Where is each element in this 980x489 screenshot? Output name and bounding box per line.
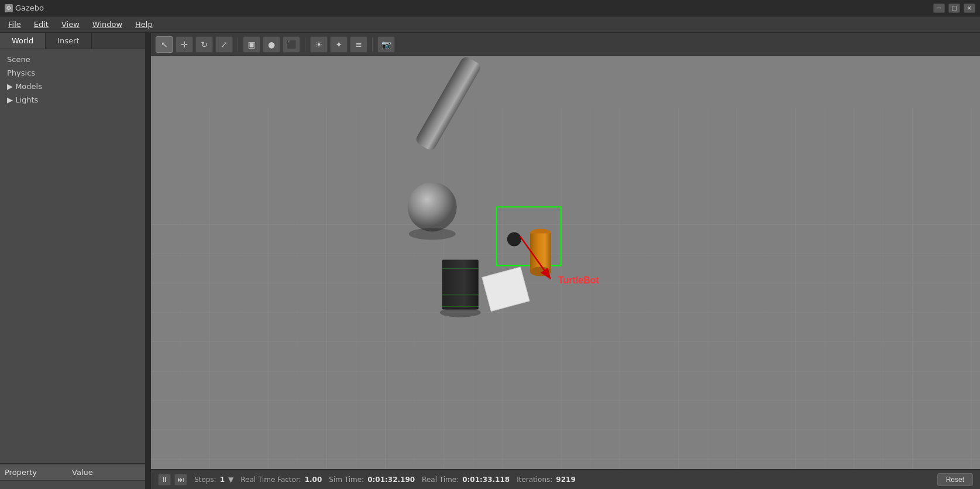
tree-item-physics[interactable]: Physics: [0, 66, 145, 80]
sim-time-label: Sim Time:: [329, 476, 364, 484]
toolbar-btn-scale[interactable]: ⤢: [215, 36, 233, 53]
real-time-label: Real Time:: [422, 476, 459, 484]
svg-point-46: [440, 308, 481, 317]
orange-cylinder: [530, 228, 551, 276]
sphere-shadow: [409, 228, 456, 240]
rtf-label: Real Time Factor:: [240, 476, 301, 484]
cylinder-rod-object: [414, 56, 482, 152]
menu-item-window[interactable]: Window: [87, 18, 128, 30]
window-title: Gazebo: [15, 4, 44, 12]
real-time-section: Real Time: 0:01:33.118: [422, 476, 510, 484]
tab-world[interactable]: World: [0, 33, 46, 49]
steps-label: Steps:: [194, 476, 216, 484]
statusbar: ⏸ ⏭ Steps: 1 ▼ Real Time Factor: 1.00 Si…: [151, 469, 980, 489]
toolbar-separator: [238, 37, 238, 52]
sim-time-section: Sim Time: 0:01:32.190: [329, 476, 415, 484]
scene-svg: TurtleBot: [151, 56, 980, 469]
main-layout: WorldInsert ScenePhysics▶ Models▶ Lights…: [0, 33, 980, 489]
toolbar: ↖✛↻⤢▣●⬛☀✦≡📷: [151, 33, 980, 56]
minimize-button[interactable]: −: [933, 4, 945, 13]
menu-item-view[interactable]: View: [56, 18, 85, 30]
titlebar-left: ⚙ Gazebo: [5, 4, 44, 12]
window-controls: − □ ×: [933, 4, 975, 13]
toolbar-separator: [372, 37, 373, 52]
toolbar-btn-box[interactable]: ▣: [243, 36, 260, 53]
tree-item-scene[interactable]: Scene: [0, 53, 145, 66]
viewport: ↖✛↻⤢▣●⬛☀✦≡📷: [151, 33, 980, 489]
svg-rect-38: [414, 56, 482, 152]
pause-button[interactable]: ⏸: [158, 474, 171, 485]
turtlebot-label: TurtleBot: [558, 275, 600, 285]
steps-dropdown-icon[interactable]: ▼: [228, 476, 233, 484]
close-button[interactable]: ×: [964, 4, 975, 13]
rtf-value: 1.00: [305, 476, 322, 484]
left-panel: WorldInsert ScenePhysics▶ Models▶ Lights…: [0, 33, 146, 489]
toolbar-separator: [305, 37, 305, 52]
white-pad: [482, 267, 529, 312]
iterations-label: Iterations:: [517, 476, 552, 484]
toolbar-btn-select[interactable]: ↖: [156, 36, 173, 53]
toolbar-btn-spotlight[interactable]: ✦: [330, 36, 348, 53]
sim-time-value: 0:01:32.190: [367, 476, 415, 484]
titlebar: ⚙ Gazebo − □ ×: [0, 0, 980, 16]
svg-rect-42: [442, 259, 479, 309]
menu-item-file[interactable]: File: [2, 18, 27, 30]
property-panel: Property Value: [0, 463, 145, 489]
app-icon: ⚙: [5, 4, 13, 12]
toolbar-btn-sun[interactable]: ☀: [310, 36, 328, 53]
menu-item-edit[interactable]: Edit: [28, 18, 54, 30]
toolbar-btn-rotate[interactable]: ↻: [195, 36, 213, 53]
property-header: Property Value: [0, 464, 145, 481]
playback-controls: ⏸ ⏭: [158, 474, 187, 485]
steps-section: Steps: 1 ▼: [194, 476, 233, 484]
turtlebot-body: [507, 232, 521, 246]
canvas-area[interactable]: TurtleBot: [151, 56, 980, 469]
reset-button[interactable]: Reset: [937, 473, 973, 486]
tree-item-lights[interactable]: ▶ Lights: [0, 93, 145, 107]
menu-item-help[interactable]: Help: [129, 18, 159, 30]
step-forward-button[interactable]: ⏭: [174, 474, 187, 485]
selection-box: [497, 207, 561, 265]
toolbar-btn-cylinder[interactable]: ⬛: [283, 36, 300, 53]
tree-item-models[interactable]: ▶ Models: [0, 80, 145, 93]
tab-bar: WorldInsert: [0, 33, 145, 49]
dark-box: [440, 259, 481, 317]
toolbar-btn-screenshot[interactable]: 📷: [377, 36, 395, 53]
value-col-label: Value: [72, 468, 93, 477]
sphere-object: [408, 182, 457, 231]
iterations-value: 9219: [556, 476, 575, 484]
property-col-label: Property: [5, 468, 37, 477]
toolbar-btn-translate[interactable]: ✛: [176, 36, 193, 53]
world-tree: ScenePhysics▶ Models▶ Lights: [0, 49, 145, 463]
real-time-factor-section: Real Time Factor: 1.00: [240, 476, 322, 484]
real-time-value: 0:01:33.118: [462, 476, 510, 484]
iterations-section: Iterations: 9219: [517, 476, 576, 484]
steps-value: 1: [220, 476, 225, 484]
menubar: FileEditViewWindowHelp: [0, 16, 980, 33]
tab-insert[interactable]: Insert: [46, 33, 91, 49]
toolbar-btn-sphere[interactable]: ●: [263, 36, 280, 53]
maximize-button[interactable]: □: [948, 4, 960, 13]
toolbar-btn-dirlight[interactable]: ≡: [350, 36, 367, 53]
resize-handle[interactable]: [146, 33, 151, 489]
